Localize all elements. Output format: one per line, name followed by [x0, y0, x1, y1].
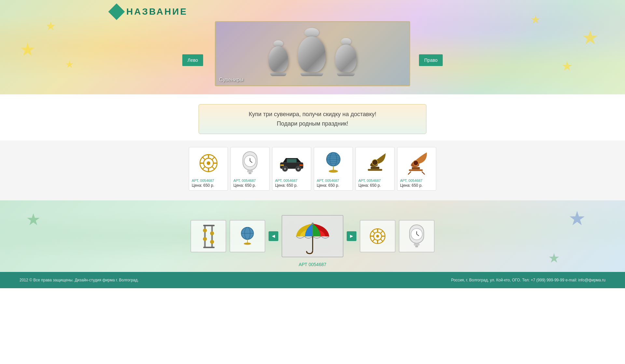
- product-art-3: АРТ. 0054687: [275, 179, 298, 182]
- svg-rect-32: [371, 167, 379, 169]
- promo-line-2: Подари родным праздник!: [209, 120, 416, 127]
- samovar-group: [269, 28, 356, 79]
- promo-box: Купи три сувенира, получи скидку на дост…: [199, 104, 426, 134]
- svg-rect-35: [412, 167, 420, 169]
- svg-rect-22: [287, 159, 297, 162]
- svg-line-10: [202, 167, 205, 169]
- product-card-6[interactable]: АРТ. 0054687 Цена: 650 р.: [397, 147, 436, 191]
- star-decoration-5: ★: [561, 59, 573, 74]
- svg-point-45: [210, 231, 214, 235]
- svg-line-65: [372, 239, 375, 241]
- svg-rect-40: [204, 225, 206, 248]
- product-price-5: Цена: 650 р.: [358, 183, 381, 188]
- carousel-right-button[interactable]: Право: [419, 54, 443, 66]
- product-card-3[interactable]: АРТ. 0054687 Цена: 650 р.: [272, 147, 311, 191]
- svg-point-52: [244, 243, 251, 245]
- logo-title: НАЗВАНИЕ: [126, 7, 188, 17]
- product-price-4: Цена: 650 р.: [317, 183, 339, 188]
- apt-label: АРТ 0054687: [299, 262, 326, 267]
- bottom-thumb-5[interactable]: [399, 220, 435, 252]
- bottom-thumb-2[interactable]: [229, 220, 265, 252]
- svg-point-47: [210, 240, 214, 244]
- bottom-section: ★ ★ ★: [0, 200, 625, 272]
- svg-line-64: [381, 231, 383, 233]
- promo-line-1: Купи три сувенира, получи скидку на дост…: [209, 111, 416, 118]
- svg-point-2: [206, 161, 210, 165]
- product-card-1[interactable]: АРТ. 0054687 Цена: 650 р.: [189, 147, 228, 191]
- star-decoration-1: ★: [20, 39, 35, 60]
- svg-point-37: [413, 160, 418, 166]
- product-card-4[interactable]: АРТ. 0054687 Цена: 650 р.: [314, 147, 353, 191]
- star-decoration-6: ★: [530, 13, 540, 26]
- product-art-6: АРТ. 0054687: [400, 179, 423, 182]
- svg-rect-36: [409, 169, 423, 171]
- svg-line-7: [202, 157, 205, 159]
- svg-line-38: [408, 171, 411, 174]
- svg-point-57: [376, 235, 379, 238]
- product-card-2[interactable]: АРТ. 0054687 Цена: 650 р.: [230, 147, 270, 191]
- bottom-carousel: ◄: [190, 215, 435, 257]
- product-art-1: АРТ. 0054687: [192, 179, 214, 182]
- svg-rect-23: [280, 164, 284, 166]
- svg-line-62: [372, 231, 375, 233]
- star-decoration-4: ★: [581, 26, 599, 49]
- svg-point-34: [372, 159, 378, 165]
- svg-point-54: [312, 222, 313, 224]
- svg-rect-71: [415, 246, 418, 247]
- product-image-1: [194, 150, 223, 176]
- carousel-caption: Сувениры: [219, 77, 243, 83]
- product-price-6: Цена: 650 р.: [400, 183, 423, 188]
- bottom-thumb-4[interactable]: [360, 220, 396, 252]
- svg-point-46: [203, 237, 207, 241]
- svg-line-8: [212, 167, 215, 169]
- product-art-5: АРТ. 0054687: [358, 179, 381, 182]
- product-art-4: АРТ. 0054687: [317, 179, 339, 182]
- svg-rect-16: [249, 172, 252, 174]
- bottom-star-1: ★: [26, 210, 41, 229]
- product-price-2: Цена: 650 р.: [233, 183, 256, 188]
- svg-line-9: [212, 157, 215, 159]
- footer: 2012 © Все права защищены. Дизайн-студия…: [0, 272, 625, 288]
- bottom-thumb-main-wrapper: АРТ 0054687: [282, 215, 343, 257]
- logo-area: НАЗВАНИЕ: [111, 6, 188, 18]
- samovar-center: [298, 28, 326, 76]
- svg-point-21: [297, 168, 299, 170]
- star-decoration-2: ★: [46, 20, 56, 33]
- svg-rect-42: [203, 225, 215, 226]
- carousel-left-button[interactable]: Лево: [182, 54, 203, 66]
- product-price-1: Цена: 650 р.: [192, 183, 214, 188]
- svg-rect-43: [203, 247, 215, 248]
- hero-carousel: Лево Сувениры: [215, 21, 410, 86]
- products-grid: АРТ. 0054687 Цена: 650 р. АРТ. 0054687 Ц…: [189, 147, 436, 191]
- star-decoration-3: ★: [65, 59, 74, 70]
- product-image-4: [319, 150, 348, 176]
- product-image-6: [402, 150, 431, 176]
- svg-rect-41: [211, 225, 213, 248]
- bottom-thumb-main: [282, 215, 343, 257]
- bottom-star-2: ★: [568, 207, 586, 230]
- bottom-star-3: ★: [548, 250, 560, 265]
- logo-icon: [108, 4, 125, 20]
- svg-rect-24: [299, 164, 303, 166]
- bottom-carousel-left-button[interactable]: ◄: [269, 231, 278, 241]
- footer-right: Россия, г. Волгоград, ул. Кой-кто, ОГО. …: [451, 278, 605, 282]
- svg-line-39: [422, 171, 425, 174]
- samovar-left: [269, 40, 288, 76]
- svg-line-63: [381, 239, 383, 241]
- svg-point-30: [329, 170, 338, 173]
- product-card-5[interactable]: АРТ. 0054687 Цена: 650 р.: [355, 147, 395, 191]
- hero-section: ★ ★ ★ ★ ★ ★ НАЗВАНИЕ Лево: [0, 0, 625, 94]
- products-section: АРТ. 0054687 Цена: 650 р. АРТ. 0054687 Ц…: [0, 141, 625, 200]
- product-price-3: Цена: 650 р.: [275, 183, 298, 188]
- product-image-3: [277, 150, 306, 176]
- bottom-carousel-right-button[interactable]: ►: [347, 231, 356, 241]
- product-art-2: АРТ. 0054687: [233, 179, 256, 182]
- product-image-5: [360, 150, 390, 176]
- svg-rect-70: [414, 243, 420, 246]
- bottom-thumb-1[interactable]: [190, 220, 226, 252]
- carousel-image: Сувениры: [215, 21, 410, 86]
- samovar-right: [335, 38, 356, 76]
- svg-point-19: [284, 168, 286, 170]
- svg-point-44: [203, 228, 207, 232]
- svg-rect-15: [247, 170, 253, 172]
